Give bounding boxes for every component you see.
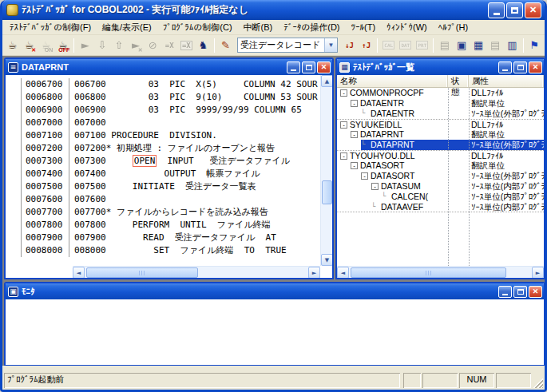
menu-debugger-control[interactable]: ﾃｽﾄﾃﾞﾊﾞｯｶﾞの制御(F) — [4, 20, 97, 35]
breakpoint-gutter[interactable] — [6, 193, 22, 206]
breakpoint-gutter[interactable] — [6, 155, 22, 168]
source-line[interactable]: 0007900007900 READ 受注データファイル AT — [6, 232, 320, 244]
menu-program-control[interactable]: ﾌﾟﾛｸﾞﾗﾑの制御(C) — [157, 20, 238, 35]
breakpoint-gutter[interactable] — [6, 168, 22, 180]
source-line[interactable]: 0007300007300 OPEN INPUT 受注データファイル — [6, 155, 320, 168]
source-line[interactable]: 0006800006800 03 PIC 9(10) COLUMN 53 SOU… — [6, 91, 320, 104]
scroll-left-icon[interactable]: ◄ — [73, 267, 85, 278]
tree-scroll-right-icon[interactable]: ► — [532, 267, 544, 278]
breakpoint-gutter[interactable] — [6, 117, 22, 129]
source-line[interactable]: 0007700007700* ファイルからレコードを読み込み報告 — [6, 206, 320, 219]
source-line[interactable]: 0007200007200* 初期処理 : ファイルのオープンと報告 — [6, 142, 320, 155]
tree-maximize-button[interactable] — [513, 61, 527, 73]
tree-row[interactable]: -SYUUKEIDLLDLLﾌｧｲﾙ — [337, 119, 544, 129]
minimize-button[interactable] — [488, 2, 505, 18]
source-vscroll-thumb[interactable] — [322, 180, 332, 204]
tree-row[interactable]: -DATASORT翻訳単位 — [337, 160, 544, 171]
tree-minimize-button[interactable] — [498, 61, 512, 73]
resize-grip[interactable] — [533, 378, 543, 388]
data-set-button[interactable]: ↓J — [341, 37, 358, 53]
menu-break[interactable]: 中断(B) — [238, 20, 279, 35]
menu-edit-view[interactable]: 編集/表示(E) — [97, 20, 157, 35]
tree-row[interactable]: -DATASORTｿｰｽ単位(外部ﾌﾟﾛｸﾞﾗﾑ) — [337, 171, 544, 181]
tree-window-titlebar[interactable]: ▦ ﾃｽﾄﾃﾞﾊﾞｯｶﾞ一覧 ✕ — [337, 59, 544, 75]
source-horizontal-scrollbar[interactable]: ◄ ► — [73, 266, 320, 278]
monitor-toggle-button[interactable]: ⚑ — [526, 37, 543, 53]
monitor-maximize-button[interactable] — [513, 286, 527, 298]
tree-row[interactable]: -DATASUMｿｰｽ単位(内部ﾌﾟﾛｸﾞﾗﾑ) — [337, 181, 544, 192]
source-close-button[interactable]: ✕ — [317, 61, 331, 73]
source-line[interactable]: 0006900006900 03 PIC 9999/99/99 COLUMN 6… — [6, 104, 320, 117]
menu-tools[interactable]: ﾂｰﾙ(T) — [346, 21, 382, 34]
breakpoint-gutter[interactable] — [6, 232, 22, 244]
breakpoint-gutter[interactable] — [6, 244, 22, 257]
force-terminate-button[interactable]: ♞ — [195, 37, 212, 53]
start-debugger-button[interactable]: ☕ — [4, 37, 21, 53]
source-line[interactable]: 0007800007800 PERFORM UNTIL ファイル終端 — [6, 219, 320, 232]
tree-row[interactable]: -TYOUHYOU.DLLDLLﾌｧｲﾙ — [337, 150, 544, 160]
scroll-right-icon[interactable]: ► — [308, 267, 320, 278]
source-minimize-button[interactable] — [287, 61, 300, 73]
source-vertical-scrollbar[interactable]: ▲ ▼ — [320, 75, 332, 266]
close-button[interactable]: ✕ — [525, 2, 541, 18]
source-window-button[interactable]: ▦ — [470, 37, 487, 53]
tree-scroll-left-icon[interactable]: ◄ — [337, 267, 349, 278]
stop-debugger-button[interactable]: ☕✕ — [21, 37, 38, 53]
breakpoint-gutter[interactable] — [6, 219, 22, 232]
breakpoint-gutter[interactable] — [6, 206, 22, 219]
tree-expander-icon[interactable]: - — [340, 121, 347, 129]
combobox-dropdown-icon[interactable]: ▼ — [324, 38, 337, 52]
tree-expander-icon[interactable]: - — [351, 131, 358, 138]
record-name-combobox[interactable]: 受注データレコード▼ — [237, 38, 338, 53]
source-line[interactable]: 0007600007600 — [6, 193, 320, 206]
breakpoint-gutter[interactable] — [6, 129, 22, 142]
tree-row[interactable]: └DATAAVEFｿｰｽ単位(内部ﾌﾟﾛｸﾞﾗﾑ) — [337, 202, 544, 212]
tree-expander-icon[interactable]: - — [351, 162, 358, 169]
breakpoint-gutter[interactable] — [6, 91, 22, 104]
source-line[interactable]: 0008000008000 SET ファイル終端 TO TRUE — [6, 244, 320, 257]
main-titlebar[interactable]: ﾃｽﾄﾃﾞﾊﾞｯｶﾞ for COBOL2002 - 実行可能ﾌｧｲﾙ指定なし … — [2, 0, 545, 20]
source-line[interactable]: 0007400007400 OUTPUT 帳票ファイル — [6, 168, 320, 180]
tree-row[interactable]: -COMMONPROCPFDLLﾌｧｲﾙ — [337, 88, 544, 98]
monitor-window-titlebar[interactable]: ▣ ﾓﾆﾀ ✕ — [6, 283, 544, 299]
tree-expander-icon[interactable]: - — [361, 172, 368, 180]
monitor-minimize-button[interactable] — [498, 286, 512, 298]
menu-data-operation[interactable]: ﾃﾞｰﾀの操作(D) — [278, 20, 345, 35]
source-line[interactable]: 0007100007100 PROCEDURE DIVISION. — [6, 129, 320, 142]
tree-row[interactable]: └DATAPRNTｿｰｽ単位(外部ﾌﾟﾛｸﾞﾗﾑ) — [337, 140, 544, 150]
tree-horizontal-scrollbar[interactable]: ◄ ► — [337, 266, 544, 278]
data-name-button[interactable]: ✎ — [217, 37, 234, 53]
tree-close-button[interactable]: ✕ — [529, 61, 542, 73]
tree-row[interactable]: -DATAPRNT翻訳単位 — [337, 129, 544, 140]
console-window-button[interactable]: ▣ — [454, 37, 470, 53]
source-hscroll-thumb[interactable] — [86, 267, 198, 278]
column-header-name[interactable]: 名称 — [337, 75, 448, 87]
scroll-up-icon[interactable]: ▲ — [321, 75, 332, 87]
monitor-close-button[interactable]: ✕ — [529, 286, 542, 298]
maximize-button[interactable] — [506, 2, 523, 18]
tree-row[interactable]: └CALCEN(ｿｰｽ単位(内部ﾌﾟﾛｸﾞﾗﾑ) — [337, 192, 544, 202]
tree-expander-icon[interactable]: - — [351, 100, 358, 107]
breakpoint-gutter[interactable] — [6, 142, 22, 155]
menu-window[interactable]: ｳｨﾝﾄﾞｳ(W) — [381, 21, 433, 34]
data-display-button[interactable]: ↑J — [358, 37, 375, 53]
breakpoint-gutter[interactable] — [6, 180, 22, 193]
source-maximize-button[interactable] — [302, 61, 315, 73]
tree-row[interactable]: -DATAENTR翻訳単位 — [337, 98, 544, 109]
tree-expander-icon[interactable]: - — [340, 89, 347, 97]
tree-expander-icon[interactable]: - — [371, 183, 379, 190]
source-window-titlebar[interactable]: ≡ DATAPRNT ✕ — [6, 59, 332, 75]
breakpoint-off-button[interactable]: ☕OFF — [54, 37, 71, 53]
column-header-attribute[interactable]: 属性 — [469, 75, 544, 87]
breakpoint-gutter[interactable] — [6, 104, 22, 117]
source-line[interactable]: 0007000007000 — [6, 117, 320, 129]
list-window-button[interactable]: ▥ — [504, 37, 521, 53]
breakpoint-gutter[interactable] — [6, 78, 22, 91]
tree-row[interactable]: └DATAENTRｿｰｽ単位(外部ﾌﾟﾛｸﾞﾗﾑ) — [337, 109, 544, 119]
tree-hscroll-thumb[interactable] — [351, 267, 506, 278]
scroll-down-icon[interactable]: ▼ — [321, 254, 332, 266]
source-line[interactable]: 0007500007500 INITIATE 受注データ一覧表 — [6, 180, 320, 193]
source-line[interactable]: 0006700006700 03 PIC X(5) COLUMN 42 SOUR — [6, 78, 320, 91]
tree-expander-icon[interactable]: - — [340, 152, 347, 160]
column-header-state[interactable]: 状態 — [448, 75, 469, 87]
